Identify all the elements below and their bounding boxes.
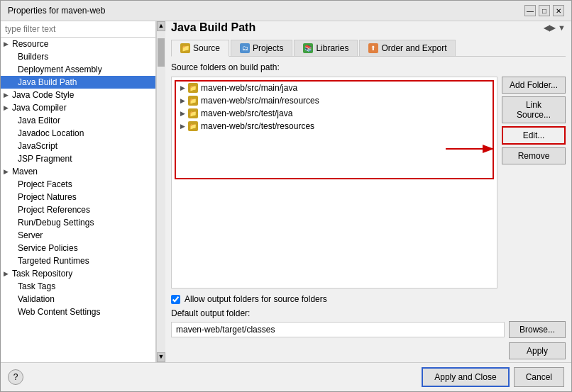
filter-input[interactable] — [1, 21, 155, 38]
sidebar-item-label: Builders — [18, 52, 48, 62]
nav-dropdown-icon[interactable]: ▼ — [558, 23, 566, 33]
scroll-thumb[interactable] — [158, 38, 165, 67]
sidebar-item-run-debug[interactable]: Run/Debug Settings — [1, 216, 155, 229]
sidebar-item-java-code-style[interactable]: ▶ Java Code Style — [1, 89, 155, 101]
sidebar-item-project-facets[interactable]: Project Facets — [1, 178, 155, 191]
arrow-icon: ▶ — [4, 91, 11, 99]
arrow-icon — [9, 130, 16, 137]
arrow-icon — [9, 219, 16, 226]
apply-close-button[interactable]: Apply and Close — [422, 367, 509, 387]
expand-icon: ▶ — [180, 123, 185, 130]
output-folder-input[interactable] — [171, 322, 505, 337]
source-tab-icon: 📁 — [180, 43, 190, 53]
tab-order-export[interactable]: ⬆ Order and Export — [359, 40, 456, 56]
arrow-icon — [9, 245, 16, 252]
arrow-icon — [9, 66, 16, 73]
sidebar-item-server[interactable]: Server — [1, 229, 155, 242]
source-item-label: maven-web/src/test/java — [201, 108, 292, 118]
link-source-button[interactable]: Link Source... — [502, 96, 566, 123]
add-folder-button[interactable]: Add Folder... — [502, 77, 566, 94]
order-tab-icon: ⬆ — [368, 43, 378, 53]
sidebar-item-java-compiler[interactable]: ▶ Java Compiler — [1, 101, 155, 114]
source-item-label: maven-web/src/test/resources — [201, 121, 314, 131]
source-item-0[interactable]: ▶ 📁 maven-web/src/main/java — [176, 82, 493, 94]
cancel-button[interactable]: Cancel — [514, 367, 564, 387]
edit-button[interactable]: Edit... — [502, 126, 566, 145]
title-bar: Properties for maven-web — □ ✕ — [1, 1, 571, 21]
sidebar: ▶ Resource Builders Deployment Assembly … — [1, 21, 156, 362]
folder-icon: 📁 — [188, 96, 198, 106]
maximize-button[interactable]: □ — [539, 5, 550, 16]
remove-button[interactable]: Remove — [502, 147, 566, 164]
source-item-label: maven-web/src/main/resources — [201, 96, 319, 106]
sidebar-item-project-references[interactable]: Project References — [1, 203, 155, 216]
arrow-icon — [9, 296, 16, 303]
checkbox-label: Allow output folders for source folders — [185, 294, 327, 304]
source-item-3[interactable]: ▶ 📁 maven-web/src/test/resources — [176, 120, 493, 133]
sidebar-item-label: Project Facets — [18, 179, 72, 189]
sidebar-item-task-tags[interactable]: Task Tags — [1, 280, 155, 293]
sidebar-item-label: Project References — [18, 205, 90, 215]
folder-icon: 📁 — [188, 108, 198, 118]
sidebar-item-targeted-runtimes[interactable]: Targeted Runtimes — [1, 254, 155, 267]
sidebar-item-task-repo[interactable]: ▶ Task Repository — [1, 267, 155, 280]
sidebar-item-project-natures[interactable]: Project Natures — [1, 191, 155, 203]
sidebar-item-label: JSP Fragment — [18, 154, 72, 164]
tab-libraries[interactable]: 📚 Libraries — [294, 40, 358, 56]
allow-output-checkbox[interactable] — [171, 295, 180, 304]
arrow-icon — [9, 283, 16, 290]
sidebar-item-javadoc[interactable]: Javadoc Location — [1, 127, 155, 140]
expand-icon: ▶ — [180, 110, 185, 117]
sidebar-item-java-build-path[interactable]: Java Build Path — [1, 76, 155, 89]
sidebar-item-label: Maven — [12, 167, 38, 177]
sidebar-item-label: Task Repository — [12, 269, 72, 279]
arrow-icon: ▶ — [4, 270, 11, 277]
arrow-icon — [9, 308, 16, 315]
sidebar-item-service-policies[interactable]: Service Policies — [1, 242, 155, 254]
section-label: Source folders on build path: — [171, 62, 566, 72]
sidebar-item-label: JavaScript — [18, 141, 57, 151]
arrow-icon — [9, 181, 16, 188]
source-list: ▶ 📁 maven-web/src/main/java ▶ 📁 maven-we… — [175, 80, 494, 179]
scroll-down-button[interactable]: ▼ — [157, 352, 165, 362]
source-list-container: ▶ 📁 maven-web/src/main/java ▶ 📁 maven-we… — [171, 77, 497, 289]
sidebar-item-maven[interactable]: ▶ Maven — [1, 165, 155, 178]
sidebar-container: ▶ Resource Builders Deployment Assembly … — [1, 21, 165, 362]
output-folder-label: Default output folder: — [171, 308, 566, 318]
sidebar-item-jsp[interactable]: JSP Fragment — [1, 152, 155, 165]
output-row: Browse... — [171, 321, 566, 338]
arrow-icon: ▶ — [4, 168, 11, 175]
scroll-up-button[interactable]: ▲ — [157, 21, 165, 31]
arrow-icon — [9, 53, 16, 60]
tab-source[interactable]: 📁 Source — [171, 40, 229, 57]
sidebar-item-label: Service Policies — [18, 243, 78, 253]
sidebar-item-builders[interactable]: Builders — [1, 50, 155, 63]
sidebar-item-web-content[interactable]: Web Content Settings — [1, 306, 155, 318]
sidebar-item-javascript[interactable]: JavaScript — [1, 140, 155, 152]
apply-button[interactable]: Apply — [509, 342, 566, 359]
tab-projects[interactable]: 🗂 Projects — [231, 40, 292, 56]
main-title: Java Build Path — [171, 21, 255, 34]
browse-button[interactable]: Browse... — [509, 321, 566, 338]
help-button[interactable]: ? — [8, 369, 23, 385]
arrow-icon: ▶ — [4, 40, 11, 47]
sidebar-scrollbar[interactable]: ▲ ▼ — [156, 21, 165, 362]
close-button[interactable]: ✕ — [553, 5, 564, 16]
sidebar-item-deployment[interactable]: Deployment Assembly — [1, 63, 155, 76]
dialog-title: Properties for maven-web — [8, 6, 105, 16]
source-item-1[interactable]: ▶ 📁 maven-web/src/main/resources — [176, 94, 493, 107]
nav-back-icon[interactable]: ◀▶ — [544, 23, 555, 33]
source-item-label: maven-web/src/main/java — [201, 83, 297, 93]
arrow-icon — [9, 194, 16, 201]
source-item-2[interactable]: ▶ 📁 maven-web/src/test/java — [176, 107, 493, 120]
sidebar-item-resource[interactable]: ▶ Resource — [1, 38, 155, 50]
sidebar-item-validation[interactable]: Validation — [1, 293, 155, 306]
expand-icon: ▶ — [180, 84, 185, 91]
scroll-track — [157, 31, 165, 352]
sidebar-item-java-editor[interactable]: Java Editor — [1, 114, 155, 127]
tab-order-label: Order and Export — [381, 43, 446, 53]
sidebar-item-label: Web Content Settings — [18, 307, 101, 317]
minimize-button[interactable]: — — [524, 5, 536, 16]
libraries-tab-icon: 📚 — [303, 43, 313, 53]
folder-icon: 📁 — [188, 83, 198, 93]
